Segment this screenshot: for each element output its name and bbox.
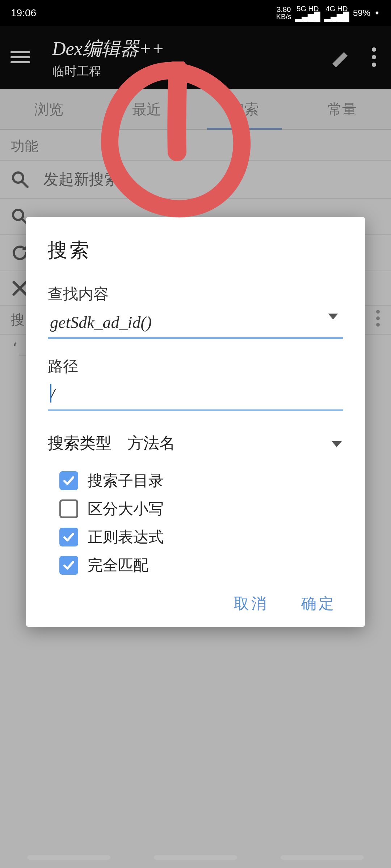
app-bar: Dex编辑器++ 临时工程 <box>0 26 391 89</box>
checkbox-icon <box>59 471 78 490</box>
check-exact-label: 完全匹配 <box>88 555 148 575</box>
path-field[interactable] <box>48 382 343 411</box>
text-caret <box>50 384 51 403</box>
svg-point-4 <box>372 55 376 59</box>
check-regex-label: 正则表达式 <box>88 527 164 547</box>
nav-home[interactable] <box>154 855 237 860</box>
checkbox-icon <box>59 528 78 546</box>
ok-button[interactable]: 确定 <box>301 593 336 614</box>
net-speed-unit: KB/s <box>276 13 291 20</box>
status-indicators: 3.80 KB/s 5G HD ▂▄▆█ 4G HD ▂▄▆█ 59% ✦ <box>276 5 380 21</box>
find-label: 查找内容 <box>48 284 343 304</box>
app-title: Dex编辑器++ <box>52 36 328 61</box>
status-time: 19:06 <box>11 7 36 19</box>
build-icon[interactable] <box>328 46 350 69</box>
app-subtitle: 临时工程 <box>52 63 328 80</box>
find-input[interactable] <box>48 309 343 337</box>
system-nav-bar <box>0 847 391 868</box>
status-bar: 19:06 3.80 KB/s 5G HD ▂▄▆█ 4G HD ▂▄▆█ 59… <box>0 0 391 26</box>
net-speed: 3.80 <box>277 6 291 13</box>
signal-1-bars-icon: ▂▄▆█ <box>295 12 320 21</box>
path-input[interactable] <box>48 382 343 409</box>
battery-icon: ✦ <box>374 9 380 17</box>
checkbox-icon <box>59 556 78 575</box>
dropdown-icon[interactable] <box>330 434 343 452</box>
battery-percent: 59% <box>353 9 370 17</box>
search-type-row[interactable]: 搜索类型 方法名 <box>48 433 343 454</box>
check-subdir[interactable]: 搜索子目录 <box>59 471 343 491</box>
signal-1-label: 5G HD <box>297 5 319 12</box>
nav-back[interactable] <box>27 855 110 860</box>
dropdown-icon[interactable] <box>327 312 340 322</box>
cancel-button[interactable]: 取消 <box>234 593 269 614</box>
find-field[interactable] <box>48 309 343 339</box>
check-case-label: 区分大小写 <box>88 499 164 519</box>
menu-icon[interactable] <box>10 50 30 66</box>
search-dialog: 搜索 查找内容 路径 搜索类型 方法名 搜索子目录 区分大小写 <box>26 217 365 627</box>
signal-2-bars-icon: ▂▄▆█ <box>324 12 349 21</box>
svg-point-5 <box>372 63 376 67</box>
check-regex[interactable]: 正则表达式 <box>59 527 343 547</box>
search-type-value: 方法名 <box>127 434 175 452</box>
dialog-title: 搜索 <box>48 237 343 264</box>
check-case[interactable]: 区分大小写 <box>59 499 343 519</box>
nav-recent[interactable] <box>281 855 364 860</box>
checkbox-icon <box>59 499 78 518</box>
signal-2-label: 4G HD <box>325 5 348 12</box>
check-exact[interactable]: 完全匹配 <box>59 555 343 575</box>
svg-point-3 <box>372 47 376 52</box>
check-subdir-label: 搜索子目录 <box>88 471 164 491</box>
path-label: 路径 <box>48 356 343 376</box>
more-vert-icon[interactable] <box>371 47 377 69</box>
search-type-label: 搜索类型 <box>48 434 112 452</box>
